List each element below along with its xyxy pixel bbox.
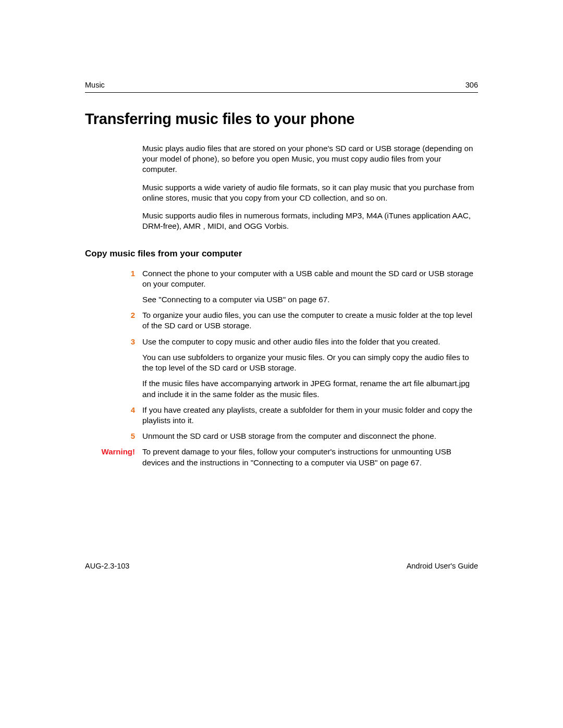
header-section: Music xyxy=(85,81,105,89)
page-title: Transferring music files to your phone xyxy=(85,110,478,128)
running-header: Music 306 xyxy=(85,81,478,93)
step-row: 4 If you have created any playlists, cre… xyxy=(85,405,478,426)
document-page: Music 306 Transferring music files to yo… xyxy=(0,0,563,468)
step-body: If you have created any playlists, creat… xyxy=(142,405,478,426)
step-text: If you have created any playlists, creat… xyxy=(142,405,478,426)
step-text: To organize your audio files, you can us… xyxy=(142,310,478,331)
intro-block: Music plays audio files that are stored … xyxy=(142,143,478,232)
intro-paragraph-3: Music supports audio files in numerous f… xyxy=(142,211,478,231)
step-number: 4 xyxy=(85,405,142,426)
step-number: 2 xyxy=(85,310,142,331)
step-text: See "Connecting to a computer via USB" o… xyxy=(142,294,478,305)
warning-text: To prevent damage to your files, follow … xyxy=(142,447,478,467)
intro-paragraph-1: Music plays audio files that are stored … xyxy=(142,143,478,175)
footer-doc-title: Android User's Guide xyxy=(407,562,478,570)
step-row: 5 Unmount the SD card or USB storage fro… xyxy=(85,431,478,441)
step-number: 5 xyxy=(85,431,142,441)
step-body: Unmount the SD card or USB storage from … xyxy=(142,431,478,441)
warning-row: Warning! To prevent damage to your files… xyxy=(85,447,478,467)
step-body: Use the computer to copy music and other… xyxy=(142,337,478,400)
step-number: 3 xyxy=(85,337,142,400)
step-row: 2 To organize your audio files, you can … xyxy=(85,310,478,331)
step-text: Use the computer to copy music and other… xyxy=(142,337,478,347)
step-body: Connect the phone to your computer with … xyxy=(142,268,478,305)
step-number: 1 xyxy=(85,268,142,305)
steps-list: 1 Connect the phone to your computer wit… xyxy=(85,268,478,468)
intro-paragraph-2: Music supports a wide variety of audio f… xyxy=(142,182,478,203)
step-text: Unmount the SD card or USB storage from … xyxy=(142,431,478,441)
step-body: To organize your audio files, you can us… xyxy=(142,310,478,331)
step-row: 1 Connect the phone to your computer wit… xyxy=(85,268,478,305)
step-text: If the music files have accompanying art… xyxy=(142,378,478,399)
warning-label: Warning! xyxy=(85,447,142,467)
running-footer: AUG-2.3-103 Android User's Guide xyxy=(85,562,478,570)
step-row: 3 Use the computer to copy music and oth… xyxy=(85,337,478,400)
step-text: You can use subfolders to organize your … xyxy=(142,352,478,373)
footer-doc-id: AUG-2.3-103 xyxy=(85,562,129,570)
step-text: Connect the phone to your computer with … xyxy=(142,268,478,289)
header-page-number: 306 xyxy=(466,81,478,89)
section-heading: Copy music files from your computer xyxy=(85,249,478,259)
